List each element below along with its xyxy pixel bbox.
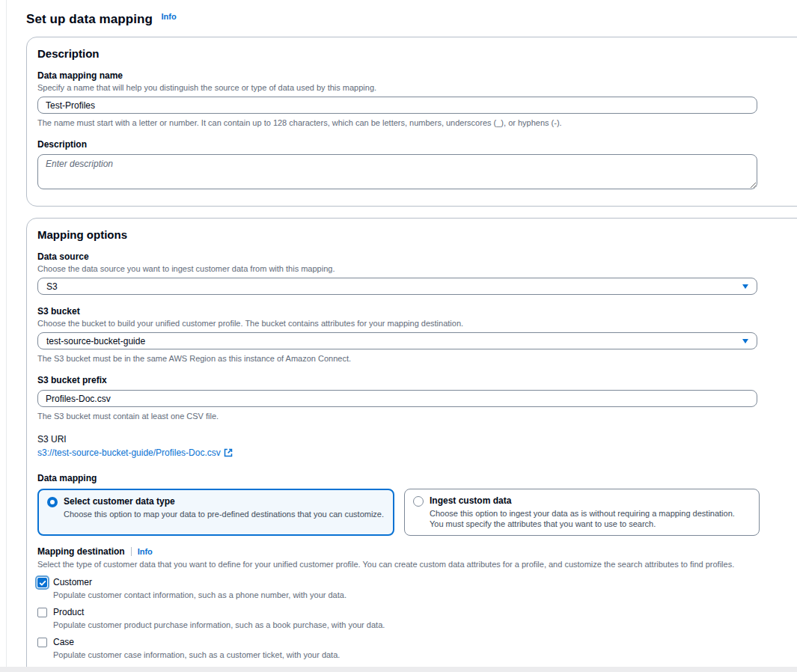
tile-select-customer-data-type[interactable]: Select customer data type Choose this op… bbox=[37, 489, 394, 536]
checkbox-unchecked-icon[interactable] bbox=[37, 638, 47, 647]
description-card-heading: Description bbox=[37, 47, 796, 60]
s3-bucket-select[interactable]: test-source-bucket-guide bbox=[37, 332, 757, 349]
s3-bucket-constraint: The S3 bucket must be in the same AWS Re… bbox=[37, 353, 796, 364]
checkbox-label: Product bbox=[53, 607, 84, 618]
s3-bucket-prefix-field: S3 bucket prefix The S3 bucket must cont… bbox=[37, 374, 796, 421]
mapping-destination-header: Mapping destination Info bbox=[37, 546, 796, 557]
mapping-destination-label: Mapping destination bbox=[37, 546, 125, 557]
description-card: Description Data mapping name Specify a … bbox=[26, 37, 797, 207]
checkbox-row[interactable]: Customer bbox=[37, 577, 796, 588]
s3-uri-field: S3 URI s3://test-source-bucket-guide/Pro… bbox=[37, 433, 796, 459]
s3-bucket-prefix-input[interactable] bbox=[37, 390, 757, 407]
radio-unselected-icon bbox=[413, 496, 424, 507]
destination-option-customer: Customer Populate customer contact infor… bbox=[37, 577, 796, 600]
s3-bucket-prefix-constraint: The S3 bucket must contain at least one … bbox=[37, 411, 796, 421]
mapping-options-card: Mapping options Data source Choose the d… bbox=[26, 218, 797, 672]
tile-description: Choose this option to ingest your data a… bbox=[430, 508, 751, 529]
data-mapping-name-description: Specify a name that will help you distin… bbox=[37, 82, 796, 93]
data-mapping-label: Data mapping bbox=[37, 472, 796, 484]
external-link-icon bbox=[224, 448, 233, 457]
destination-option-product: Product Populate customer product purcha… bbox=[37, 607, 796, 630]
s3-bucket-label: S3 bucket bbox=[37, 305, 796, 317]
s3-bucket-prefix-label: S3 bucket prefix bbox=[37, 374, 796, 386]
tile-label: Select customer data type bbox=[64, 496, 384, 507]
data-source-select[interactable]: S3 bbox=[37, 278, 757, 295]
description-field: Description bbox=[37, 138, 796, 189]
main-content: Set up data mapping Info Description Dat… bbox=[26, 0, 797, 672]
page-info-link[interactable]: Info bbox=[162, 12, 177, 21]
content-left-divider bbox=[6, 0, 7, 672]
data-mapping-name-label: Data mapping name bbox=[37, 70, 796, 82]
data-mapping-name-input[interactable] bbox=[37, 97, 757, 114]
checkbox-unchecked-icon[interactable] bbox=[37, 608, 47, 617]
data-source-description: Choose the data source you want to inges… bbox=[37, 263, 796, 274]
s3-bucket-description: Choose the bucket to build your unified … bbox=[37, 318, 796, 329]
data-mapping-tiles: Select customer data type Choose this op… bbox=[37, 489, 796, 536]
chevron-down-icon bbox=[742, 339, 748, 343]
destination-option-case: Case Populate customer case information,… bbox=[37, 637, 796, 660]
checkbox-checked-icon[interactable] bbox=[37, 578, 47, 587]
mapping-options-heading: Mapping options bbox=[37, 228, 796, 241]
checkbox-description: Populate customer case information, such… bbox=[53, 650, 796, 660]
tile-description: Choose this option to map your data to p… bbox=[64, 509, 384, 519]
chevron-down-icon bbox=[742, 284, 748, 289]
bottom-scroll-edge bbox=[0, 667, 797, 672]
checkbox-row[interactable]: Case bbox=[37, 637, 796, 648]
data-source-label: Data source bbox=[37, 251, 796, 263]
checkbox-description: Populate customer contact information, s… bbox=[53, 590, 796, 600]
data-source-field: Data source Choose the data source you w… bbox=[37, 251, 796, 295]
tile-ingest-custom-data[interactable]: Ingest custom data Choose this option to… bbox=[404, 489, 760, 536]
radio-selected-icon bbox=[47, 497, 58, 507]
label-info-divider bbox=[131, 547, 132, 556]
checkbox-description: Populate customer product purchase infor… bbox=[53, 620, 796, 630]
data-source-selected-value: S3 bbox=[46, 281, 58, 292]
checkbox-label: Customer bbox=[53, 577, 92, 588]
s3-bucket-field: S3 bucket Choose the bucket to build you… bbox=[37, 305, 796, 364]
s3-bucket-selected-value: test-source-bucket-guide bbox=[46, 336, 145, 346]
data-mapping-name-field: Data mapping name Specify a name that wi… bbox=[37, 70, 796, 128]
page-title: Set up data mapping bbox=[26, 12, 153, 26]
checkbox-row[interactable]: Product bbox=[37, 607, 796, 618]
data-mapping-field: Data mapping Select customer data type C… bbox=[37, 472, 796, 536]
description-label: Description bbox=[37, 138, 796, 150]
mapping-destination-description: Select the type of customer data that yo… bbox=[37, 559, 796, 569]
description-textarea[interactable] bbox=[37, 154, 757, 189]
mapping-destination-info-link[interactable]: Info bbox=[138, 547, 153, 556]
s3-uri-label: S3 URI bbox=[37, 433, 796, 445]
checkbox-label: Case bbox=[53, 637, 74, 648]
s3-uri-link[interactable]: s3://test-source-bucket-guide/Profiles-D… bbox=[37, 448, 233, 458]
data-mapping-name-constraint: The name must start with a letter or num… bbox=[37, 117, 796, 128]
s3-uri-link-text: s3://test-source-bucket-guide/Profiles-D… bbox=[37, 448, 221, 458]
page-header: Set up data mapping Info bbox=[26, 12, 797, 27]
tile-label: Ingest custom data bbox=[430, 495, 751, 507]
